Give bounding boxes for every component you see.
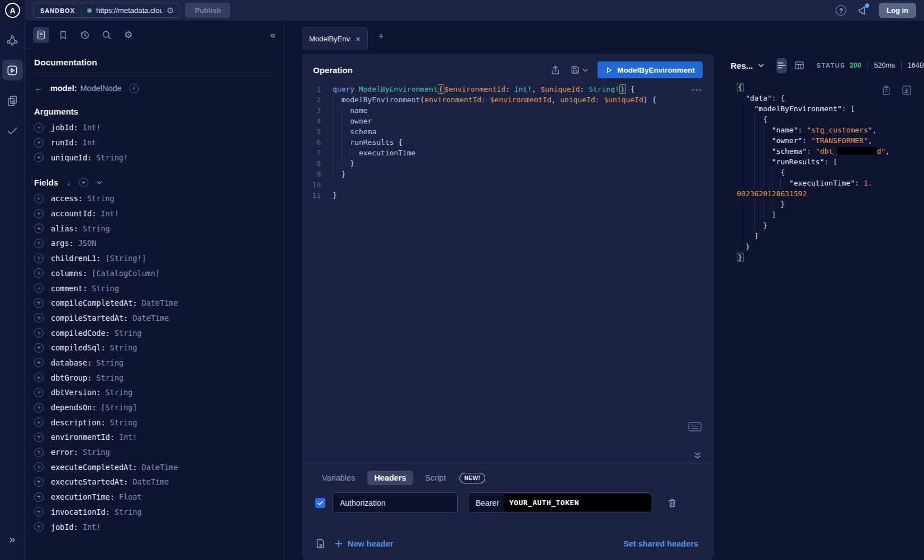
add-to-query-icon[interactable]: + (34, 239, 44, 248)
add-to-query-icon[interactable]: + (34, 388, 44, 397)
add-to-query-icon[interactable]: + (34, 448, 44, 457)
save-options-chevron-icon[interactable] (582, 68, 588, 72)
field-item[interactable]: +dependsOn:[String] (34, 400, 274, 415)
endpoint-url[interactable]: https://metadata.cloud.get (96, 6, 162, 15)
field-item[interactable]: +accountId:Int! (34, 206, 274, 221)
field-item[interactable]: +access:String (34, 191, 274, 206)
add-to-query-icon[interactable]: + (34, 313, 44, 322)
field-item[interactable]: +executionTime:Float (34, 490, 274, 505)
add-to-query-icon[interactable]: + (34, 268, 44, 278)
edit-as-json-icon[interactable] (315, 538, 325, 549)
collapse-bottom-panel-icon[interactable] (694, 452, 702, 459)
apollo-logo[interactable]: A (0, 0, 25, 21)
add-to-query-icon[interactable]: + (34, 123, 44, 132)
back-icon[interactable]: ← (34, 83, 43, 93)
field-type-link[interactable]: ModelNode (80, 84, 122, 93)
field-item[interactable]: +environmentId:Int! (34, 430, 274, 445)
header-value-input[interactable]: Bearer YOUR_AUTH_TOKEN (468, 492, 652, 513)
add-to-query-icon[interactable]: + (34, 358, 44, 367)
download-response-icon[interactable] (902, 85, 912, 96)
chevron-down-icon[interactable] (97, 181, 102, 184)
add-to-query-icon[interactable]: + (34, 209, 44, 219)
endpoint-url-input[interactable]: https://metadata.cloud.get ⚙ (82, 3, 179, 17)
endpoint-settings-gear-icon[interactable]: ⚙ (167, 6, 174, 15)
add-to-query-icon[interactable]: + (34, 373, 44, 382)
settings-gear-icon[interactable]: ⚙ (120, 27, 136, 43)
field-item[interactable]: +invocationId:String (34, 505, 274, 520)
tab-script[interactable]: Script (419, 471, 453, 485)
add-to-query-icon[interactable]: + (34, 224, 44, 233)
add-to-query-icon[interactable]: + (34, 138, 44, 148)
add-to-query-icon[interactable]: + (34, 283, 44, 293)
field-item[interactable]: +comment:String (34, 281, 274, 296)
sort-fields-icon[interactable]: ↓ (67, 178, 70, 187)
new-header-button[interactable]: New header (335, 539, 393, 548)
announcements-megaphone-icon[interactable] (857, 5, 868, 16)
close-tab-icon[interactable]: × (356, 34, 361, 44)
add-to-query-icon[interactable]: + (34, 507, 44, 516)
copy-response-icon[interactable] (882, 85, 891, 96)
header-enabled-checkbox[interactable] (315, 498, 325, 508)
tab-headers[interactable]: Headers (367, 471, 413, 485)
field-item[interactable]: +executeStartedAt:DateTime (34, 474, 274, 490)
field-item[interactable]: +compileCompletedAt:DateTime (34, 296, 274, 311)
query-editor[interactable]: 1query ModelByEnvironment($environmentId… (302, 84, 714, 201)
add-to-query-icon[interactable]: + (34, 462, 44, 472)
new-tab-icon[interactable]: + (378, 30, 384, 42)
field-item[interactable]: +error:String (34, 445, 274, 460)
bookmarks-icon[interactable] (55, 27, 71, 43)
table-view-toggle-icon[interactable] (794, 61, 804, 70)
add-to-query-icon[interactable]: + (34, 403, 44, 412)
add-to-query-icon[interactable]: + (34, 492, 44, 502)
field-item[interactable]: +dbtGroup:String (34, 370, 274, 385)
run-operation-button[interactable]: ModelByEnvironment (598, 61, 703, 78)
add-to-query-icon[interactable]: + (34, 298, 44, 308)
collapse-panel-icon[interactable]: « (271, 30, 276, 41)
response-title[interactable]: Res... (731, 61, 753, 70)
add-to-query-icon[interactable]: + (34, 328, 44, 338)
field-item[interactable]: +compileStartedAt:DateTime (34, 311, 274, 326)
field-item[interactable]: +compiledCode:String (34, 325, 274, 340)
field-item[interactable]: +executeCompletedAt:DateTime (34, 459, 274, 474)
field-item[interactable]: +dbtVersion:String (34, 385, 274, 400)
set-shared-headers-link[interactable]: Set shared headers (623, 539, 698, 548)
add-field-icon[interactable]: + (129, 84, 139, 93)
schema-graph-icon[interactable] (2, 30, 23, 50)
expand-rail-icon[interactable]: » (10, 533, 16, 545)
delete-header-icon[interactable] (667, 498, 677, 508)
field-item[interactable]: +columns:[CatalogColumn] (34, 266, 274, 281)
raw-view-toggle-icon[interactable] (776, 58, 787, 73)
save-operation-icon[interactable] (570, 65, 580, 75)
keyboard-shortcuts-icon[interactable] (688, 422, 702, 431)
field-item[interactable]: +args:JSON (34, 236, 274, 251)
add-to-query-icon[interactable]: + (34, 522, 44, 531)
add-to-query-icon[interactable]: + (34, 343, 44, 353)
add-to-query-icon[interactable]: + (34, 433, 44, 442)
argument-item[interactable]: +jobId:Int! (34, 120, 274, 135)
response-dropdown-chevron-icon[interactable] (758, 63, 764, 68)
explorer-icon[interactable] (2, 60, 23, 80)
help-icon[interactable]: ? (836, 5, 846, 16)
field-item[interactable]: +jobId:Int! (34, 519, 274, 534)
field-item[interactable]: +description:String (34, 415, 274, 430)
field-item[interactable]: +alias:String (34, 221, 274, 236)
search-icon[interactable] (98, 27, 115, 43)
add-to-query-icon[interactable]: + (34, 477, 44, 487)
add-to-query-icon[interactable]: + (34, 194, 44, 203)
login-button[interactable]: Log in (879, 3, 916, 18)
field-item[interactable]: +childrenL1:[String!] (34, 251, 274, 266)
more-options-icon[interactable]: ••• (691, 86, 703, 94)
header-key-input[interactable]: Authorization (332, 492, 458, 513)
share-operation-icon[interactable] (550, 65, 561, 75)
field-item[interactable]: +compiledSql:String (34, 340, 274, 355)
argument-item[interactable]: +runId:Int (34, 135, 274, 150)
field-item[interactable]: +database:String (34, 355, 274, 371)
checks-icon[interactable] (2, 120, 23, 141)
add-all-fields-icon[interactable]: + (79, 178, 88, 187)
operation-tab[interactable]: ModelByEnvi... × (302, 27, 368, 50)
argument-item[interactable]: +uniqueId:String! (34, 150, 274, 165)
publish-button[interactable]: Publish (185, 3, 230, 18)
add-to-query-icon[interactable]: + (34, 153, 44, 162)
documentation-tab-icon[interactable] (33, 27, 49, 43)
history-icon[interactable] (77, 27, 93, 43)
